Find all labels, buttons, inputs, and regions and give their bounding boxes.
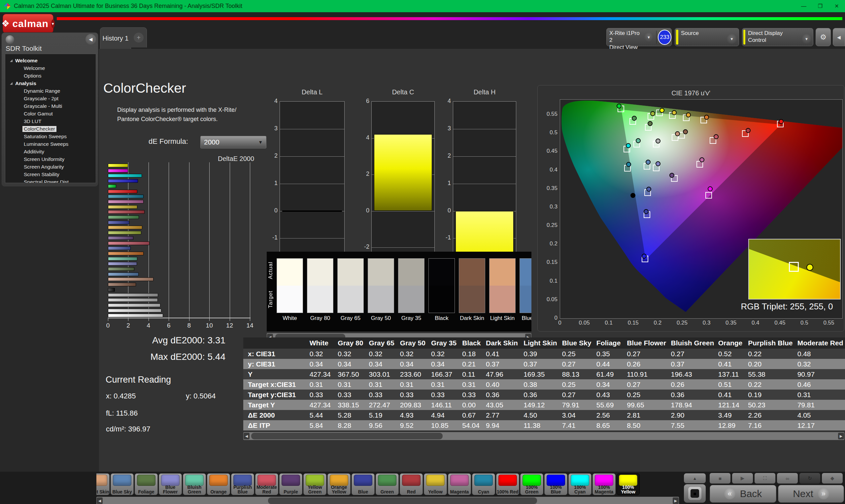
sidebar-item-screen-uniformity[interactable]: Screen Uniformity bbox=[5, 155, 96, 163]
table-column-header: Moderate Red bbox=[795, 338, 845, 349]
stop-measurement-button[interactable]: ■ bbox=[684, 484, 706, 503]
table-column-header: Dark Skin bbox=[483, 338, 521, 349]
tree-group-analysis[interactable]: Analysis bbox=[5, 79, 96, 87]
sidebar-item-dynamic-range[interactable]: Dynamic Range bbox=[5, 87, 96, 95]
table-scrollbar[interactable]: ◀ ▶ bbox=[243, 432, 844, 440]
mini-toolbar-button-1[interactable]: ■ bbox=[710, 473, 730, 484]
minimize-icon[interactable]: — bbox=[795, 0, 812, 12]
patch-scrollbar-thumb[interactable] bbox=[268, 498, 537, 504]
meter-count-badge[interactable]: 233 bbox=[658, 30, 671, 45]
sidebar-item-saturation-sweeps[interactable]: Saturation Sweeps bbox=[5, 132, 96, 140]
patch-button-100-blue[interactable]: 100% Blue bbox=[544, 473, 567, 495]
table-cell: 0.26 bbox=[668, 379, 716, 390]
table-row: x: CIE310.320.320.320.320.320.180.410.39… bbox=[243, 349, 845, 359]
patch-button-blue[interactable]: Blue bbox=[352, 473, 375, 495]
sidebar-item-spectral-power-dist-[interactable]: Spectral Power Dist. bbox=[5, 178, 96, 183]
table-cell: 99.65 bbox=[624, 400, 668, 410]
table-cell: 79.91 bbox=[560, 400, 594, 410]
patch-label: Yellow Green bbox=[304, 485, 326, 494]
sidebar-item-grayscale-2pt[interactable]: Grayscale - 2pt bbox=[5, 95, 96, 102]
table-cell: 0.31 bbox=[428, 379, 459, 390]
source-dropdown[interactable]: Source ▼ bbox=[675, 28, 739, 46]
patch-button-yellow[interactable]: Yellow bbox=[424, 473, 447, 495]
patch-label: 100% Magenta bbox=[593, 485, 615, 494]
sidebar-item-additivity[interactable]: Additivity bbox=[5, 148, 96, 155]
workflow-tree: WelcomeWelcomeOptionsAnalysisDynamic Ran… bbox=[5, 54, 96, 183]
mini-toolbar-button-3[interactable]: ⛶ bbox=[755, 473, 775, 484]
table-cell: 12.17 bbox=[795, 420, 845, 430]
sidebar-item-color-gamut[interactable]: Color Gamut bbox=[5, 110, 96, 118]
mini-toolbar-button-4[interactable]: ∞ bbox=[777, 473, 798, 484]
patch-button-100-magenta[interactable]: 100% Magenta bbox=[593, 473, 616, 495]
actual-swatch bbox=[277, 258, 303, 286]
patch-button-red[interactable]: Red bbox=[400, 473, 423, 495]
patch-button-100-green[interactable]: 100% Green bbox=[520, 473, 543, 495]
add-tab-button[interactable]: + bbox=[131, 28, 147, 48]
patch-button-purple[interactable]: Purple bbox=[279, 473, 302, 495]
patch-button-foliage[interactable]: Foliage bbox=[135, 473, 158, 495]
cie-target-square bbox=[705, 192, 712, 199]
meter-dropdown[interactable]: X-Rite i1Pro 2 Direct View ▼ 233 bbox=[606, 28, 672, 46]
cie-measured-dot bbox=[686, 112, 691, 118]
table-cell: 272.47 bbox=[366, 400, 398, 410]
axis-tick-label: 4 bbox=[440, 97, 451, 105]
patch-button-blue-sky[interactable]: Blue Sky bbox=[110, 473, 134, 495]
sidebar-collapse-button[interactable]: ◀ bbox=[86, 34, 96, 44]
back-button[interactable]: « Back bbox=[710, 485, 776, 503]
tab-history-1[interactable]: History 1 bbox=[100, 28, 131, 49]
actual-swatch bbox=[368, 258, 394, 286]
table-cell: 0.00 bbox=[459, 400, 483, 410]
patch-button-cyan[interactable]: Cyan bbox=[472, 473, 495, 495]
calman-menu-button[interactable]: ❖ calman ▼ bbox=[3, 14, 53, 33]
tree-group-label: Analysis bbox=[15, 80, 36, 86]
sidebar-item-options[interactable]: Options bbox=[5, 72, 96, 79]
patch-label: Magenta bbox=[448, 489, 471, 494]
collapse-panel-button[interactable]: ◀ bbox=[833, 28, 845, 46]
de-formula-dropdown[interactable]: 2000 ▼ bbox=[200, 136, 266, 148]
table-scrollbar-thumb[interactable] bbox=[251, 433, 443, 439]
patch-button-orange[interactable]: Orange bbox=[207, 473, 230, 495]
patch-scrollbar[interactable]: ◀ ▶ bbox=[96, 497, 679, 504]
patch-button-green[interactable]: Green bbox=[376, 473, 399, 495]
mini-toolbar-button-5[interactable]: ↻ bbox=[799, 473, 820, 484]
patch-color-chip bbox=[450, 475, 469, 486]
patch-button-blue-flower[interactable]: Blue Flower bbox=[159, 473, 182, 495]
gridline bbox=[230, 162, 230, 318]
patch-button-bluish-green[interactable]: Bluish Green bbox=[183, 473, 206, 495]
chevron-down-icon: ▼ bbox=[727, 34, 737, 44]
mini-toolbar-button-6[interactable]: ◆ bbox=[822, 473, 843, 484]
patch-button-orange-yellow[interactable]: Orange Yellow bbox=[328, 473, 351, 495]
patch-row-expand-button[interactable]: ▲ bbox=[684, 473, 706, 483]
page-title: ColorChecker bbox=[103, 80, 186, 96]
sidebar-item-welcome[interactable]: Welcome bbox=[5, 64, 96, 72]
sidebar-item-screen-angularity[interactable]: Screen Angularity bbox=[5, 163, 96, 170]
sidebar-item-3d-lut[interactable]: 3D LUT bbox=[5, 118, 96, 125]
sidebar-handle-icon[interactable] bbox=[6, 35, 14, 44]
mini-toolbar-button-2[interactable]: ▶ bbox=[732, 473, 753, 484]
patch-label: Yellow bbox=[424, 489, 446, 494]
tree-group-welcome[interactable]: Welcome bbox=[5, 57, 96, 64]
de-formula-label: dE Formula: bbox=[148, 137, 188, 146]
patch-button-100-cyan[interactable]: 100% Cyan bbox=[568, 473, 592, 495]
patch-button-magenta[interactable]: Magenta bbox=[448, 473, 471, 495]
sidebar-item-colorchecker[interactable]: ColorChecker bbox=[5, 125, 96, 132]
patch-button-100-red[interactable]: 100% Red bbox=[496, 473, 519, 495]
next-button[interactable]: Next » bbox=[778, 485, 844, 503]
patch-button-100-yellow[interactable]: 100% Yellow bbox=[617, 473, 640, 495]
settings-button[interactable]: ⚙ bbox=[816, 28, 831, 46]
deltae-bar-100-yellow bbox=[108, 164, 128, 167]
patch-button-light-skin[interactable]: Light Skin bbox=[96, 473, 110, 495]
patch-button-moderate-red[interactable]: Moderate Red bbox=[255, 473, 278, 495]
patch-color-chip bbox=[378, 475, 397, 486]
sidebar-item-luminance-sweeps[interactable]: Luminance Sweeps bbox=[5, 140, 96, 148]
patch-button-purplish-blue[interactable]: Purplish Blue bbox=[231, 473, 254, 495]
swatch-label: Gray 35 bbox=[396, 315, 426, 322]
patch-button-yellow-green[interactable]: Yellow Green bbox=[303, 473, 327, 495]
close-icon[interactable]: ✕ bbox=[828, 0, 845, 12]
sidebar-item-grayscale-multi[interactable]: Grayscale - Multi bbox=[5, 102, 96, 110]
display-control-dropdown[interactable]: Direct Display Control ▼ bbox=[742, 28, 813, 46]
main-content: ColorChecker Display analysis is perform… bbox=[99, 49, 845, 472]
top-toolbar: ❖ calman ▼ History 1 + X-Rite i1Pro 2 Di… bbox=[0, 12, 845, 49]
sidebar-item-screen-stability[interactable]: Screen Stability bbox=[5, 170, 96, 178]
maximize-icon[interactable]: ❐ bbox=[812, 0, 828, 12]
